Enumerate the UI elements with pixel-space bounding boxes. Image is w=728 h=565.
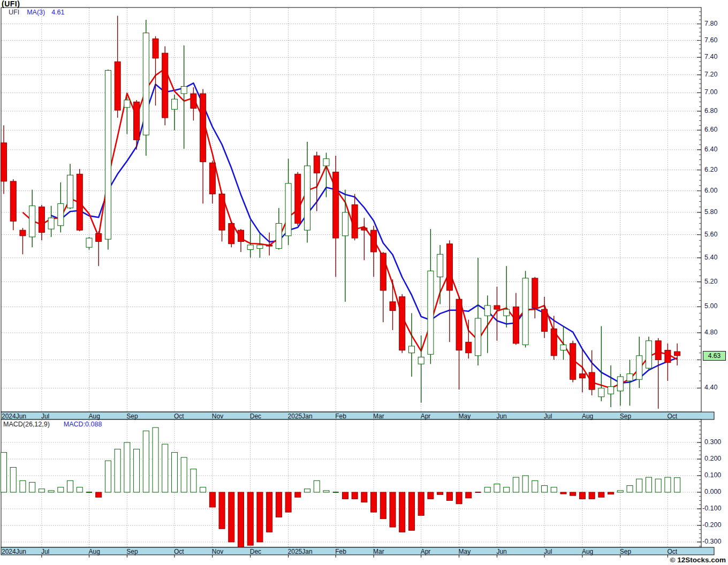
macd-bar-rect bbox=[504, 487, 510, 492]
candle-body bbox=[219, 194, 225, 231]
macd-bar bbox=[484, 487, 490, 492]
macd-bar bbox=[361, 492, 367, 502]
macd-bar bbox=[238, 492, 244, 547]
macd-bar bbox=[191, 469, 196, 492]
candle-body bbox=[437, 254, 443, 277]
candle-body bbox=[484, 306, 490, 316]
macd-legend: MACD(26,12,9)MACD:0.088 bbox=[3, 421, 102, 428]
candle-body bbox=[579, 374, 585, 378]
month-label-bottom: Apr bbox=[421, 548, 431, 555]
candle-body bbox=[105, 71, 111, 240]
candle-body bbox=[333, 172, 339, 238]
macd-bar bbox=[570, 492, 576, 495]
month-label-bottom: 2024Jun bbox=[2, 548, 26, 555]
macd-bar bbox=[560, 492, 566, 494]
candle-body bbox=[408, 346, 414, 353]
price-axis-label: 7.60 bbox=[704, 36, 717, 44]
month-label-bottom: Mar bbox=[373, 548, 384, 555]
macd-bar-rect bbox=[191, 469, 196, 492]
macd-bar-rect bbox=[285, 492, 291, 512]
macd-bar bbox=[10, 468, 16, 493]
macd-bar-rect bbox=[390, 492, 396, 527]
candle-body bbox=[352, 205, 358, 238]
macd-bar-rect bbox=[361, 492, 367, 502]
macd-bar bbox=[257, 492, 263, 542]
macd-bar bbox=[390, 492, 396, 527]
candle-body bbox=[153, 39, 158, 58]
price-axis-label: 5.00 bbox=[704, 302, 717, 310]
candle-body bbox=[10, 181, 16, 222]
macd-bar-rect bbox=[484, 487, 490, 492]
candle-body bbox=[598, 388, 604, 396]
candle-body bbox=[115, 62, 120, 110]
macd-bar bbox=[67, 480, 73, 492]
candlestick-week bbox=[295, 172, 301, 225]
macd-bar-rect bbox=[408, 492, 414, 530]
macd-bar bbox=[646, 477, 651, 492]
candle-body bbox=[171, 99, 177, 109]
macd-bar-rect bbox=[181, 457, 187, 492]
month-label-top: Jun bbox=[496, 413, 506, 420]
macd-bar-rect bbox=[238, 492, 244, 547]
macd-bar bbox=[105, 461, 111, 492]
candle-body bbox=[342, 212, 348, 236]
month-label-bottom: Nov bbox=[212, 548, 223, 555]
candle-body bbox=[58, 204, 64, 226]
macd-bar-rect bbox=[428, 492, 434, 499]
macd-bar-rect bbox=[295, 492, 301, 497]
month-band-bottom bbox=[1, 547, 714, 555]
macd-bar-rect bbox=[494, 484, 500, 493]
macd-bar-rect bbox=[617, 491, 623, 492]
macd-bar-rect bbox=[276, 492, 282, 517]
month-label-bottom: Jul bbox=[41, 548, 49, 555]
macd-bar bbox=[437, 492, 443, 494]
macd-bar bbox=[1, 453, 7, 492]
candle-body bbox=[390, 302, 396, 311]
ma-label: MA(3) bbox=[27, 9, 45, 16]
candle-body bbox=[617, 377, 623, 391]
month-label-top: Nov bbox=[212, 413, 223, 420]
macd-axis-label: -0.100 bbox=[702, 505, 721, 512]
macd-bar-rect bbox=[20, 480, 26, 492]
candle-body bbox=[428, 271, 434, 354]
candle-body bbox=[295, 174, 301, 223]
symbol-label: UFI bbox=[9, 9, 19, 16]
candle-body bbox=[636, 356, 642, 379]
macd-bar-rect bbox=[162, 444, 168, 492]
macd-params-label: MACD(26,12,9) bbox=[3, 421, 50, 428]
month-label-bottom: Sep bbox=[620, 548, 631, 555]
macd-bar bbox=[219, 492, 225, 529]
macd-bar-rect bbox=[655, 479, 661, 492]
price-axis-label: 6.80 bbox=[704, 107, 717, 114]
macd-bar bbox=[674, 478, 680, 492]
month-label-top: Oct bbox=[667, 413, 677, 420]
price-legend: UFIMA(3)4.61 bbox=[9, 9, 65, 16]
candle-body bbox=[551, 329, 557, 355]
macd-bar-rect bbox=[171, 453, 177, 492]
macd-bar bbox=[408, 492, 414, 530]
macd-bar bbox=[134, 449, 140, 492]
month-label-top: Aug bbox=[88, 413, 100, 420]
macd-bar-rect bbox=[522, 476, 528, 492]
candle-body bbox=[285, 184, 291, 236]
macd-bar bbox=[153, 427, 158, 492]
macd-bar-rect bbox=[134, 449, 140, 492]
macd-bar bbox=[181, 457, 187, 492]
macd-bar bbox=[399, 492, 405, 532]
candle-body bbox=[655, 341, 661, 360]
macd-bar bbox=[608, 492, 614, 494]
macd-bar bbox=[48, 491, 54, 492]
price-axis-label: 7.20 bbox=[704, 71, 717, 78]
candle-body bbox=[560, 345, 566, 350]
ma-value: 4.61 bbox=[51, 9, 64, 16]
candle-body bbox=[181, 86, 187, 94]
month-label-bottom: Sep bbox=[126, 548, 138, 555]
macd-value-label: MACD:0.088 bbox=[64, 421, 102, 428]
candle-body bbox=[418, 357, 424, 364]
month-label-bottom: May bbox=[459, 548, 471, 555]
candle-body bbox=[589, 372, 595, 390]
price-axis-label: 5.60 bbox=[704, 231, 717, 238]
candle-body bbox=[143, 33, 149, 135]
macd-bar bbox=[655, 479, 661, 492]
macd-axis-label: 0.300 bbox=[704, 438, 721, 446]
